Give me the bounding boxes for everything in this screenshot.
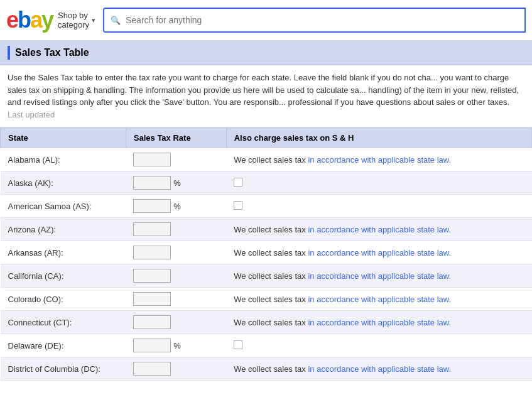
state-cell: American Samoa (AS): — [1, 195, 126, 218]
state-cell: Alaska (AK): — [1, 171, 126, 195]
header: e b a y Shop by category ▾ 🔍 — [0, 0, 532, 41]
table-header-row: State Sales Tax Rate Also charge sales t… — [1, 128, 532, 148]
last-updated-label: Last updated — [8, 110, 55, 119]
page-title-bar: Sales Tax Table — [0, 41, 532, 65]
sh-cell: We collect sales tax in accordance with … — [226, 288, 531, 311]
table-row: Colorado (CO):We collect sales tax in ac… — [1, 288, 532, 311]
table-row: Arkansas (AR):We collect sales tax in ac… — [1, 241, 532, 264]
state-cell: Connecticut (CT): — [1, 311, 126, 334]
auto-collect-blue: in accordance with applicable state law. — [308, 318, 451, 327]
rate-cell[interactable] — [126, 288, 226, 311]
table-row: California (CA):We collect sales tax in … — [1, 264, 532, 288]
rate-cell[interactable] — [126, 357, 226, 381]
auto-collect-blue: in accordance with applicable state law. — [308, 248, 451, 258]
accent-bar — [8, 46, 10, 60]
state-cell: District of Columbia (DC): — [1, 357, 126, 381]
sh-cell: We collect sales tax in accordance with … — [226, 148, 531, 171]
rate-cell[interactable] — [126, 264, 226, 288]
table-row: Alabama (AL):We collect sales tax in acc… — [1, 148, 532, 171]
auto-collect-text: We collect sales tax in accordance with … — [234, 225, 451, 234]
table-row: Alaska (AK):% — [1, 171, 532, 195]
sh-checkbox[interactable] — [234, 340, 242, 349]
sales-tax-table: State Sales Tax Rate Also charge sales t… — [0, 128, 532, 381]
auto-collect-blue: in accordance with applicable state law. — [308, 295, 451, 304]
rate-cell[interactable] — [126, 218, 226, 241]
sh-cell[interactable] — [226, 171, 531, 195]
shop-by-label: Shop by category — [58, 11, 89, 30]
rate-input[interactable] — [133, 246, 171, 259]
sh-cell: We collect sales tax in accordance with … — [226, 218, 531, 241]
sh-cell: We collect sales tax in accordance with … — [226, 241, 531, 264]
percent-sign: % — [173, 341, 181, 350]
state-cell: Arizona (AZ): — [1, 218, 126, 241]
rate-input[interactable] — [133, 199, 171, 213]
search-input[interactable] — [126, 15, 518, 25]
description-block: Use the Sales Tax table to enter the tax… — [0, 65, 532, 128]
auto-collect-blue: in accordance with applicable state law. — [308, 364, 451, 374]
sh-cell: We collect sales tax in accordance with … — [226, 357, 531, 381]
logo-y: y — [41, 7, 53, 33]
rate-input[interactable] — [133, 269, 171, 283]
rate-cell[interactable]: % — [126, 171, 226, 195]
rate-input[interactable] — [133, 362, 171, 376]
description-text: Use the Sales Tax table to enter the tax… — [8, 73, 519, 107]
auto-collect-blue: in accordance with applicable state law. — [308, 155, 451, 165]
logo-e: e — [6, 7, 18, 33]
rate-cell[interactable] — [126, 148, 226, 171]
state-cell: Alabama (AL): — [1, 148, 126, 171]
auto-collect-text: We collect sales tax in accordance with … — [234, 248, 451, 258]
state-cell: Colorado (CO): — [1, 288, 126, 311]
col-header-sh: Also charge sales tax on S & H — [226, 128, 531, 148]
search-bar[interactable]: 🔍 — [103, 8, 526, 33]
table-row: Arizona (AZ):We collect sales tax in acc… — [1, 218, 532, 241]
rate-input[interactable] — [133, 176, 171, 190]
sh-checkbox[interactable] — [234, 201, 242, 210]
auto-collect-text: We collect sales tax in accordance with … — [234, 271, 451, 281]
percent-sign: % — [173, 178, 181, 188]
sh-cell[interactable] — [226, 334, 531, 357]
page-title: Sales Tax Table — [15, 47, 89, 58]
rate-cell[interactable] — [126, 241, 226, 264]
rate-input[interactable] — [133, 292, 171, 306]
ebay-logo: e b a y — [6, 7, 53, 33]
auto-collect-text: We collect sales tax in accordance with … — [234, 155, 451, 165]
auto-collect-blue: in accordance with applicable state law. — [308, 271, 451, 281]
rate-cell[interactable]: % — [126, 195, 226, 218]
table-row: Connecticut (CT):We collect sales tax in… — [1, 311, 532, 334]
chevron-down-icon: ▾ — [92, 16, 95, 24]
table-row: District of Columbia (DC):We collect sal… — [1, 357, 532, 381]
col-header-state: State — [1, 128, 126, 148]
table-row: Delaware (DE):% — [1, 334, 532, 357]
shop-by-category[interactable]: Shop by category ▾ — [58, 11, 95, 30]
sh-cell: We collect sales tax in accordance with … — [226, 264, 531, 288]
rate-cell[interactable]: % — [126, 334, 226, 357]
table-row: American Samoa (AS):% — [1, 195, 532, 218]
sh-cell[interactable] — [226, 195, 531, 218]
state-cell: Arkansas (AR): — [1, 241, 126, 264]
auto-collect-text: We collect sales tax in accordance with … — [234, 318, 451, 327]
rate-input[interactable] — [133, 315, 171, 329]
rate-input[interactable] — [133, 339, 171, 352]
auto-collect-text: We collect sales tax in accordance with … — [234, 295, 451, 304]
logo-a: a — [30, 7, 41, 33]
sh-checkbox[interactable] — [234, 178, 242, 187]
search-icon: 🔍 — [111, 16, 121, 25]
state-cell: Delaware (DE): — [1, 334, 126, 357]
rate-input[interactable] — [133, 153, 171, 166]
sh-cell: We collect sales tax in accordance with … — [226, 311, 531, 334]
col-header-rate: Sales Tax Rate — [126, 128, 226, 148]
percent-sign: % — [173, 202, 181, 211]
auto-collect-text: We collect sales tax in accordance with … — [234, 364, 451, 374]
auto-collect-blue: in accordance with applicable state law. — [308, 225, 451, 234]
state-cell: California (CA): — [1, 264, 126, 288]
rate-input[interactable] — [133, 222, 171, 236]
logo-b: b — [18, 7, 30, 33]
rate-cell[interactable] — [126, 311, 226, 334]
